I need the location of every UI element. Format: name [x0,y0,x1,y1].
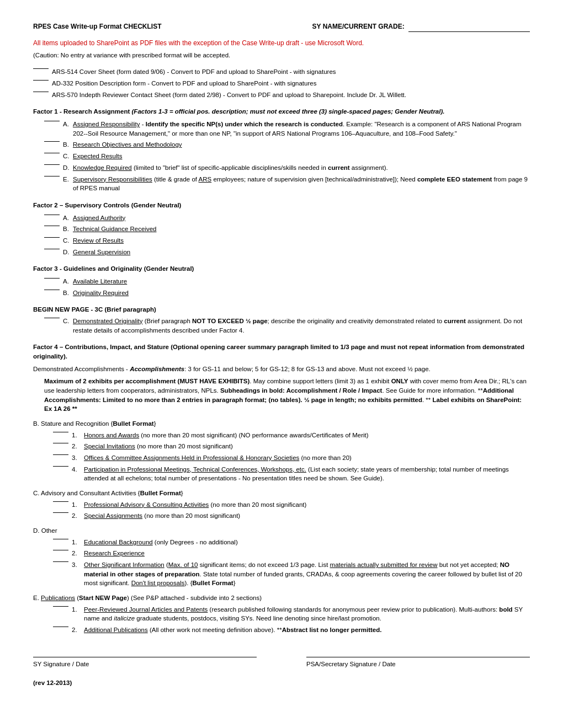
list-item: C. Demonstrated Originality (Brief parag… [44,317,530,335]
checkbox-line [44,249,60,249]
checkbox-line [44,164,60,165]
item-text: AD-332 Position Description form - Conve… [52,79,530,88]
item-text: ARS-514 Cover Sheet (form dated 9/06) - … [52,67,530,77]
list-item: 1. Educational Background (only Degrees … [53,538,530,547]
factor2-items: A. Assigned Authority B. Technical Guida… [44,213,530,257]
section-e-items: 1. Peer-Reviewed Journal Articles and Pa… [53,605,530,635]
checkbox-line [53,454,68,455]
checkbox-line [44,226,60,226]
list-item: ARS-570 Indepth Reviewer Contact Sheet (… [33,90,530,100]
checkbox-line [53,606,68,607]
factor2-header: Factor 2 – Supervisory Controls (Gender … [33,201,530,210]
checkbox-line [44,121,60,121]
sy-signature-line [33,657,257,657]
list-item: 2. Additional Publications (All other wo… [53,625,530,635]
checkbox-line [53,501,68,502]
psa-signature-line [306,657,530,657]
top-checklist: ARS-514 Cover Sheet (form dated 9/06) - … [33,67,530,99]
list-item: B. Research Objectives and Methodology [44,140,530,149]
checkbox-line [53,466,68,467]
psa-signature-block: PSA/Secretary Signature / Date [306,657,530,669]
sy-signature-block: SY Signature / Date [33,657,257,669]
list-item: B. Technical Guidance Received [44,224,530,234]
list-item: ARS-514 Cover Sheet (form dated 9/06) - … [33,67,530,77]
list-item: E. Supervisory Responsibilities (title &… [44,175,530,193]
section-b-header: B. Stature and Recognition {Bullet Forma… [33,419,530,429]
caution-text: (Caution: No entry at variance with pres… [33,51,530,60]
factor1-items: A. Assigned Responsibility - Identify th… [44,120,530,193]
list-item: 1. Honors and Awards (no more than 20 mo… [53,431,530,440]
list-item: D. Knowledge Required (limited to "brief… [44,163,530,173]
section-c-header: C. Advisory and Consultant Activities {B… [33,489,530,498]
checklist-title: RPES Case Write-up Format CHECKLIST [33,22,161,31]
factor3c-item: C. Demonstrated Originality (Brief parag… [44,317,530,335]
checkbox-line [33,80,49,81]
list-item: D. General Supervision [44,248,530,257]
list-item: AD-332 Position Description form - Conve… [33,79,530,88]
item-text: ARS-570 Indepth Reviewer Contact Sheet (… [52,90,530,100]
factor4-demonstrated: Demonstrated Accomplishments - Accomplis… [33,365,530,374]
checkbox-line [53,539,68,539]
list-item: 2. Special Assignments (no more than 20 … [53,511,530,521]
checkbox-line [33,68,49,69]
factor4-header: Factor 4 – Contributions, Impact, and St… [33,342,530,361]
checkbox-line [53,627,68,627]
checkbox-line [53,550,68,550]
checkbox-line [44,278,60,279]
factor4-details: Maximum of 2 exhibits per accomplishment… [44,377,530,414]
checkbox-line [44,141,60,142]
page-header: RPES Case Write-up Format CHECKLIST SY N… [33,22,530,32]
factor3-header: Factor 3 - Guidelines and Originality (G… [33,264,530,274]
factor1-header: Factor 1 - Research Assignment (Factors … [33,107,530,116]
list-item: A. Available Literature [44,277,530,286]
factor3-items: A. Available Literature B. Originality R… [44,277,530,297]
list-item: 3. Other Significant Information (Max. o… [53,560,530,588]
list-item: 1. Professional Advisory & Consulting Ac… [53,500,530,510]
list-item: 2. Research Experience [53,549,530,558]
checkbox-line [44,237,60,238]
list-item: 3. Offices & Committee Assignments Held … [53,453,530,463]
sy-name-field[interactable] [408,22,530,32]
list-item: C. Review of Results [44,236,530,245]
checkbox-line [44,176,60,176]
sy-signature-label: SY Signature / Date [33,660,257,669]
list-item: 1. Peer-Reviewed Journal Articles and Pa… [53,605,530,623]
list-item: 2. Special Invitations (no more than 20 … [53,442,530,451]
checkbox-line [53,561,68,562]
signature-section: SY Signature / Date PSA/Secretary Signat… [33,657,530,669]
section-e-header: E. Publications (Start NEW Page) (See P&… [33,593,530,603]
list-item: 4. Participation in Professional Meeting… [53,465,530,483]
section-c-items: 1. Professional Advisory & Consulting Ac… [53,500,530,521]
section-b-items: 1. Honors and Awards (no more than 20 mo… [53,431,530,483]
checkbox-line [53,512,68,513]
checkbox-line [53,432,68,432]
begin-new-page: BEGIN NEW PAGE - 3C (Brief paragraph) [33,305,530,314]
checkbox-line [53,443,68,443]
section-d-items: 1. Educational Background (only Degrees … [53,538,530,588]
checkbox-line [33,92,49,92]
checkbox-line [44,153,60,153]
psa-signature-label: PSA/Secretary Signature / Date [306,660,530,669]
list-item: A. Assigned Authority [44,213,530,223]
sy-name-label: SY NAME/CURRENT GRADE: [312,22,530,32]
revision-note: (rev 12-2013) [33,678,530,688]
red-notice: All items uploaded to SharePoint as PDF … [33,39,530,48]
list-item: B. Originality Required [44,288,530,298]
section-d-header: D. Other [33,526,530,536]
checkbox-line [44,290,60,290]
list-item: C. Expected Results [44,152,530,161]
checkbox-line [44,215,60,215]
checkbox-line [44,318,60,318]
list-item: A. Assigned Responsibility - Identify th… [44,120,530,138]
